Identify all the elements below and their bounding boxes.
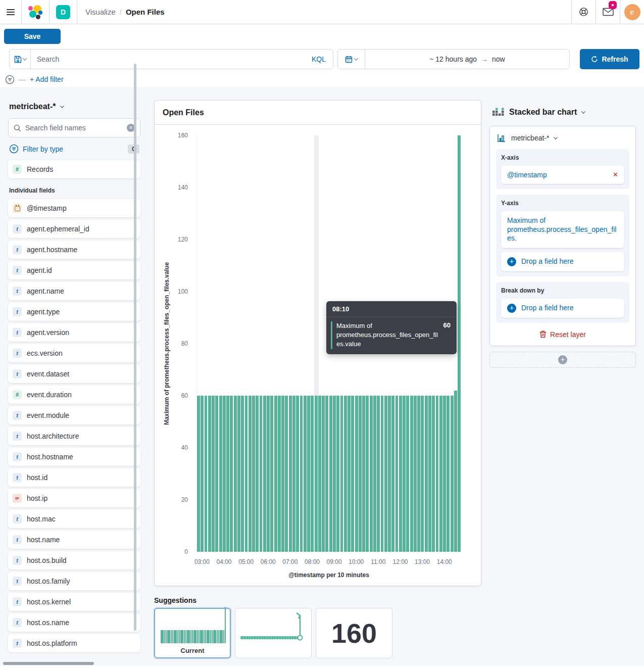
chart-bar[interactable] <box>428 396 431 552</box>
field-item-host.hostname[interactable]: thost.hostname <box>8 448 140 466</box>
chart-bar[interactable] <box>399 396 402 552</box>
field-item-event.duration[interactable]: #event.duration <box>8 386 140 404</box>
chart-bar[interactable] <box>370 396 373 552</box>
field-item-host.os.build[interactable]: thost.os.build <box>8 551 140 569</box>
chart-bar[interactable] <box>304 396 307 552</box>
chart-bar[interactable] <box>212 396 215 552</box>
chart-bar[interactable] <box>329 396 332 552</box>
chart-bar[interactable] <box>384 396 387 552</box>
chart-bar[interactable] <box>417 396 420 552</box>
field-item-@timestamp[interactable]: @timestamp <box>8 199 140 217</box>
chart-bar[interactable] <box>215 396 218 552</box>
chart-bar[interactable] <box>355 396 358 552</box>
field-item-agent.id[interactable]: tagent.id <box>8 261 140 279</box>
x-axis-dimension[interactable]: @timestamp ✕ <box>501 166 624 184</box>
chart-bar[interactable] <box>421 396 424 552</box>
chart-bar[interactable] <box>289 396 292 552</box>
chart-bar[interactable] <box>234 396 237 552</box>
chart-bar[interactable] <box>333 396 336 552</box>
chart-bar[interactable] <box>366 396 369 552</box>
field-item-host.architecture[interactable]: thost.architecture <box>8 427 140 445</box>
breakdown-drop-target[interactable]: + Drop a field here <box>501 299 624 318</box>
field-item-ecs.version[interactable]: tecs.version <box>8 344 140 362</box>
chart-bar[interactable] <box>362 396 365 552</box>
chart-bar[interactable] <box>197 396 200 552</box>
chart-bar[interactable] <box>237 396 240 552</box>
field-item-agent.ephemeral_id[interactable]: tagent.ephemeral_id <box>8 220 140 238</box>
chart-bar[interactable] <box>451 396 454 552</box>
chart-bar[interactable] <box>281 396 284 552</box>
chart-bar[interactable] <box>267 396 270 552</box>
search-input[interactable] <box>31 55 305 63</box>
filter-by-type-button[interactable]: Filter by type 0 <box>8 137 140 160</box>
suggestion-current[interactable]: Current <box>154 608 231 658</box>
records-field[interactable]: # Records <box>8 160 140 178</box>
chart-bar[interactable] <box>436 396 439 552</box>
chart-bar[interactable] <box>230 396 233 552</box>
chart-bar[interactable] <box>414 396 417 552</box>
chart-bar[interactable] <box>270 396 273 552</box>
chart-bar[interactable] <box>410 396 413 552</box>
field-item-host.os.kernel[interactable]: thost.os.kernel <box>8 593 140 611</box>
time-range-display[interactable]: ~ 12 hours ago → now <box>365 55 569 63</box>
field-item-host.id[interactable]: thost.id <box>8 468 140 487</box>
field-item-host.os.family[interactable]: thost.os.family <box>8 572 140 590</box>
chart-bar[interactable] <box>252 396 255 552</box>
y-axis-dimension[interactable]: Maximum of prometheus.process_files_open… <box>501 211 624 248</box>
chart-bar[interactable] <box>406 396 409 552</box>
chart-bar[interactable] <box>447 396 450 552</box>
suggestion-metric[interactable]: 160 <box>316 608 392 658</box>
chart-bar[interactable] <box>223 396 226 552</box>
chart-bar[interactable] <box>325 396 328 552</box>
chart-bar[interactable] <box>344 396 347 552</box>
user-menu-button[interactable]: e <box>620 0 644 24</box>
elastic-logo[interactable] <box>22 0 49 24</box>
field-item-host.name[interactable]: thost.name <box>8 531 140 549</box>
chart-bar[interactable] <box>318 396 321 552</box>
filter-icon[interactable] <box>5 75 15 84</box>
save-button[interactable]: Save <box>4 29 61 44</box>
chart-bar[interactable] <box>274 396 277 552</box>
chart-type-switcher[interactable]: Stacked bar chart <box>489 100 636 126</box>
chart-bar[interactable] <box>205 396 208 552</box>
chart-bar[interactable] <box>263 396 266 552</box>
chart-bar[interactable] <box>322 396 325 552</box>
menu-button[interactable] <box>0 0 21 24</box>
y-axis-drop-target[interactable]: + Drop a field here <box>501 252 624 271</box>
chart-bar[interactable] <box>260 396 263 552</box>
chart-bar[interactable] <box>307 396 310 552</box>
chart-bar[interactable] <box>315 396 318 552</box>
field-item-host.mac[interactable]: thost.mac <box>8 510 140 528</box>
saved-query-menu-button[interactable] <box>10 50 31 69</box>
field-item-host.os.name[interactable]: thost.os.name <box>8 613 140 632</box>
chart-bar[interactable] <box>292 396 295 552</box>
chart-bar[interactable] <box>373 396 376 552</box>
chart-bar[interactable] <box>226 396 229 552</box>
chart-bar[interactable] <box>340 396 343 552</box>
field-item-event.dataset[interactable]: tevent.dataset <box>8 365 140 383</box>
chart-bar[interactable] <box>256 396 259 552</box>
field-item-agent.type[interactable]: tagent.type <box>8 303 140 321</box>
space-selector[interactable]: D <box>49 0 77 24</box>
chart-bar[interactable] <box>285 396 288 552</box>
chart-bar[interactable] <box>300 396 303 552</box>
chart-bar[interactable] <box>348 396 351 552</box>
chart-bar[interactable] <box>208 396 211 552</box>
chart-bar[interactable] <box>336 396 339 552</box>
chart-bar[interactable] <box>201 396 204 552</box>
chart-bar[interactable] <box>311 396 314 552</box>
remove-dimension-icon[interactable]: ✕ <box>613 171 618 178</box>
chart-bar[interactable] <box>249 396 252 552</box>
chart-bar[interactable] <box>219 396 222 552</box>
chart-bar[interactable] <box>439 396 442 552</box>
suggestion-line-chart[interactable] <box>235 608 312 658</box>
chart-bar[interactable] <box>377 396 380 552</box>
add-filter-button[interactable]: + Add filter <box>30 75 64 83</box>
chart-bar[interactable] <box>395 396 399 552</box>
sidebar-scrollbar[interactable] <box>134 64 136 631</box>
chart-bar[interactable] <box>403 396 406 552</box>
chart-bar[interactable] <box>245 396 248 552</box>
refresh-button[interactable]: Refresh <box>580 49 639 69</box>
help-button[interactable] <box>572 0 596 24</box>
chart-bar[interactable] <box>381 396 384 552</box>
